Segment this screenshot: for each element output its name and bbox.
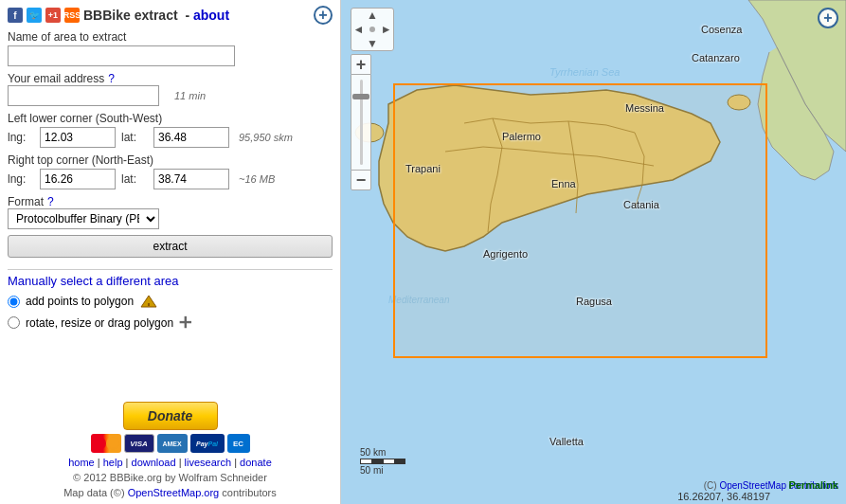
format-select[interactable]: Protocolbuffer Binary (PBF) OSM XML Garm… <box>8 208 159 229</box>
format-label: Format <box>8 195 44 208</box>
sw-lng-input[interactable] <box>40 127 116 148</box>
format-hint-link[interactable]: ? <box>47 195 54 208</box>
rotate-label: rotate, resize or drag polygon <box>26 316 173 330</box>
osm-link[interactable]: OpenStreetMap.org <box>128 487 220 498</box>
livesearch-link[interactable]: livesearch <box>185 457 232 468</box>
zoom-in-button[interactable]: + <box>351 54 371 75</box>
sw-lng-label: lng: <box>8 131 34 144</box>
copyright: © 2012 BBBike.org by Wolfram Schneider <box>73 472 267 483</box>
sw-corner-group: Left lower corner (South-West) lng: lat:… <box>8 112 333 148</box>
time-estimate: 11 min <box>174 90 206 101</box>
sw-lat-label: lat: <box>121 131 148 144</box>
about-link[interactable]: about <box>193 8 229 23</box>
download-link[interactable]: download <box>132 457 176 468</box>
add-points-radio[interactable] <box>8 296 20 308</box>
ne-lat-label: lat: <box>121 172 148 186</box>
manual-select-title: Manually select a different area <box>8 274 333 288</box>
visa-icon: VISA <box>124 434 154 453</box>
map-navigation: ▲ ◄ ► ▼ + − <box>351 8 394 190</box>
pan-control[interactable]: ▲ ◄ ► ▼ <box>351 8 394 51</box>
email-group: Your email address ? 11 min <box>8 72 333 106</box>
pan-west-icon[interactable]: ◄ <box>351 23 366 37</box>
pan-nw <box>351 9 366 23</box>
rotate-row: rotate, resize or drag polygon ➕︎ <box>8 313 333 333</box>
svg-point-4 <box>728 95 750 110</box>
area-name-group: Name of area to extract <box>8 30 333 66</box>
map-background: Tyrrhenian Sea Mediterranean <box>341 0 846 504</box>
sw-label: Left lower corner (South-West) <box>8 112 333 125</box>
rotate-radio[interactable] <box>8 316 20 329</box>
zoom-out-button[interactable]: − <box>351 170 371 190</box>
svg-text:Mediterranean: Mediterranean <box>388 295 450 305</box>
email-input[interactable] <box>8 85 159 106</box>
donate-button[interactable]: Donate <box>123 402 218 430</box>
header-add-button[interactable]: + <box>314 6 333 25</box>
ne-label: Right top corner (North-East) <box>8 153 333 167</box>
scale-label-km: 50 km <box>360 447 405 458</box>
file-size: ~16 MB <box>239 173 275 185</box>
permalink-link[interactable]: Permalink <box>788 479 838 491</box>
help-link[interactable]: help <box>103 457 123 468</box>
ne-corner-group: Right top corner (North-East) lng: lat: … <box>8 153 333 189</box>
home-link[interactable]: home <box>68 457 95 468</box>
extra-payment-icon: EC <box>227 434 250 453</box>
svg-text:Tyrrhenian Sea: Tyrrhenian Sea <box>549 66 620 78</box>
googleplus-icon[interactable]: +1 <box>45 8 61 23</box>
add-points-label: add points to polygon <box>26 295 134 308</box>
extract-button[interactable]: extract <box>8 235 333 258</box>
left-panel: f 🐦 +1 RSS BBBike extract - about + Name… <box>0 0 341 504</box>
polygon-pencil-icon <box>139 294 158 309</box>
permalink[interactable]: Permalink <box>788 479 838 491</box>
coordinates-display: 16.26207, 36.48197 <box>677 491 770 502</box>
map-add-button[interactable]: + <box>818 8 838 28</box>
email-label: Your email address <box>8 72 104 85</box>
mastercard-icon <box>91 434 121 453</box>
payment-icons: VISA AMEX PayPal EC <box>91 434 250 453</box>
area-name-label: Name of area to extract <box>8 30 333 44</box>
footer-links: home | help | download | livesearch | do… <box>68 457 272 468</box>
email-hint-link[interactable]: ? <box>108 72 115 85</box>
area-name-input[interactable] <box>8 45 235 66</box>
svg-rect-1 <box>148 303 150 306</box>
twitter-icon[interactable]: 🐦 <box>27 8 42 23</box>
pan-sw <box>351 36 366 50</box>
ne-lat-input[interactable] <box>153 169 229 189</box>
map-data-credit: Map data (©) OpenStreetMap.org contribut… <box>63 487 277 498</box>
add-points-row: add points to polygon <box>8 294 333 309</box>
format-group: Format ? Protocolbuffer Binary (PBF) OSM… <box>8 195 333 229</box>
map-panel[interactable]: Tyrrhenian Sea Mediterranean ▲ ◄ ► ▼ + <box>341 0 846 504</box>
scale-label-mi: 50 mi <box>360 465 405 476</box>
sw-lat-input[interactable] <box>153 127 229 148</box>
area-size: 95,950 skm <box>239 132 293 143</box>
pan-ne <box>379 9 393 23</box>
facebook-icon[interactable]: f <box>8 8 23 23</box>
donate-section: Donate VISA AMEX PayPal EC home | help |… <box>8 394 333 498</box>
pan-se <box>379 36 393 50</box>
ne-lng-input[interactable] <box>40 169 116 189</box>
rss-icon[interactable]: RSS <box>64 8 80 23</box>
app-title: BBBike extract - about <box>83 8 229 23</box>
scale-graphic <box>360 459 405 464</box>
zoom-track <box>351 75 371 170</box>
header-row: f 🐦 +1 RSS BBBike extract - about + <box>8 6 333 25</box>
manual-select-section: Manually select a different area add poi… <box>8 274 333 336</box>
zoom-thumb[interactable] <box>352 94 369 99</box>
divider <box>8 269 333 270</box>
donate-link[interactable]: donate <box>240 457 272 468</box>
ne-lng-label: lng: <box>8 172 34 186</box>
pan-south-icon[interactable]: ▼ <box>366 36 380 50</box>
scale-bar: 50 km 50 mi <box>360 447 405 476</box>
pan-east-icon[interactable]: ► <box>379 23 393 37</box>
drag-icon: ➕︎ <box>179 313 192 333</box>
pan-center <box>366 23 380 37</box>
amex-icon: AMEX <box>157 434 188 453</box>
pan-north-icon[interactable]: ▲ <box>366 9 380 23</box>
paypal-icon: PayPal <box>190 434 225 453</box>
